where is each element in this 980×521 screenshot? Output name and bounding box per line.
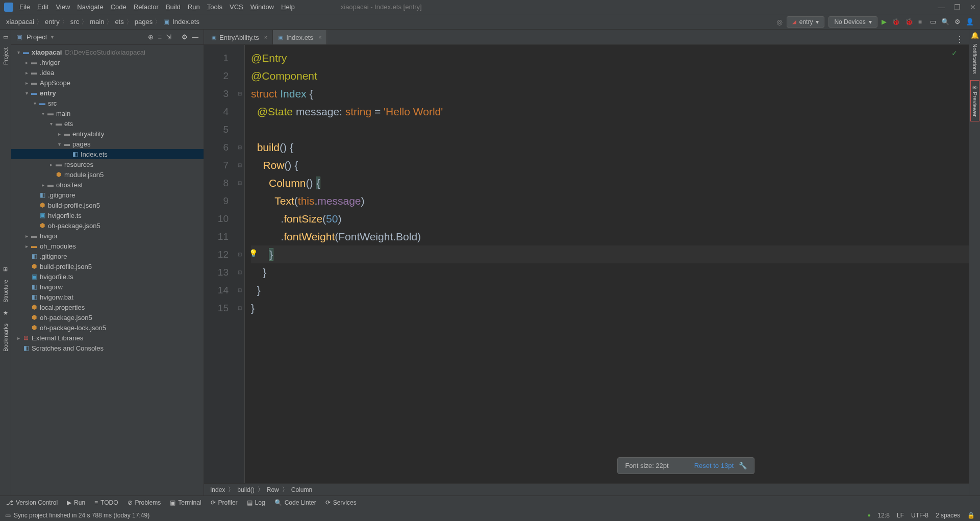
lock-icon[interactable]: 🔒 xyxy=(967,512,975,519)
menu-help[interactable]: Help xyxy=(281,3,295,11)
debug-button[interactable]: 🐞 xyxy=(892,18,900,26)
menu-navigate[interactable]: Navigate xyxy=(77,3,103,11)
collapse-all-icon[interactable]: ⇲ xyxy=(166,33,171,41)
tree-item[interactable]: ▾▬xiaopacaiD:\DevEcoStudio\xiaopacai xyxy=(11,47,204,57)
crumb[interactable]: Row xyxy=(267,486,279,493)
tree-item[interactable]: ▾▬src xyxy=(11,98,204,108)
file-encoding[interactable]: UTF-8 xyxy=(911,512,928,519)
attach-debug-button[interactable]: 🐞 xyxy=(905,18,913,26)
bookmarks-tab[interactable]: Bookmarks xyxy=(2,318,10,357)
editor-tab[interactable]: ▣ Index.ets × xyxy=(273,30,327,44)
bc-item[interactable]: pages xyxy=(135,18,153,26)
code-linter-tab[interactable]: 🔍 Code Linter xyxy=(274,499,316,506)
user-icon[interactable]: 👤 xyxy=(966,18,974,26)
terminal-tab[interactable]: ▣ Terminal xyxy=(170,499,201,506)
editor-content[interactable]: ✓ 123456789101112131415 ⊟ ⊟⊟⊟ ⊡⊡⊡⊡ 💡 @En… xyxy=(204,45,969,483)
menu-window[interactable]: Window xyxy=(250,3,274,11)
tree-item[interactable]: ◧hvigorw xyxy=(11,282,204,292)
target-icon[interactable]: ◎ xyxy=(776,18,783,26)
close-button[interactable]: ✕ xyxy=(970,3,976,11)
tree-item[interactable]: ▾▬entry xyxy=(11,88,204,98)
wrench-icon[interactable]: 🔧 xyxy=(739,462,747,469)
close-tab-icon[interactable]: × xyxy=(264,34,267,40)
tree-item[interactable]: ▣hvigorfile.ts xyxy=(11,271,204,282)
code-area[interactable]: @Entry @Component struct Index { @State … xyxy=(245,45,969,483)
bc-item[interactable]: src xyxy=(70,18,79,26)
run-button[interactable]: ▶ xyxy=(882,18,887,26)
tree-item[interactable]: ▸⊞External Libraries xyxy=(11,333,204,343)
crumb[interactable]: build() xyxy=(237,486,254,493)
menu-code[interactable]: Code xyxy=(111,3,127,11)
menu-edit[interactable]: Edit xyxy=(37,3,48,11)
tree-item[interactable]: ▾▬main xyxy=(11,108,204,118)
tree-item[interactable]: ⬢local.properties xyxy=(11,302,204,312)
todo-tab[interactable]: ≡ TODO xyxy=(94,499,118,506)
profiler-tab[interactable]: ⟳ Profiler xyxy=(211,499,238,506)
minimize-button[interactable]: — xyxy=(938,3,945,11)
line-separator[interactable]: LF xyxy=(897,512,904,519)
more-tabs-icon[interactable]: ⋮ xyxy=(950,35,969,44)
notifications-tab[interactable]: Notifications xyxy=(971,39,979,78)
tree-item[interactable]: ▸▬resources xyxy=(11,159,204,169)
close-tab-icon[interactable]: × xyxy=(318,34,321,40)
search-icon[interactable]: 🔍 xyxy=(941,18,949,26)
tree-item[interactable]: ▾▬pages xyxy=(11,139,204,149)
project-structure-icon[interactable]: ▭ xyxy=(930,18,936,26)
tree-item[interactable]: ◧Index.ets xyxy=(11,149,204,159)
settings-icon[interactable]: ⚙ xyxy=(182,33,188,41)
chevron-down-icon[interactable]: ▾ xyxy=(51,34,54,40)
previewer-tab[interactable]: 👁 Previewer xyxy=(970,80,979,121)
editor-tab[interactable]: ▣ EntryAbility.ts × xyxy=(206,30,273,44)
tree-item[interactable]: ⬢oh-package-lock.json5 xyxy=(11,322,204,333)
version-control-tab[interactable]: ⎇ Version Control xyxy=(6,499,58,506)
tree-item[interactable]: ⬢build-profile.json5 xyxy=(11,200,204,210)
menu-tools[interactable]: Tools xyxy=(207,3,222,11)
tree-item[interactable]: ▾▬ets xyxy=(11,118,204,129)
tree-item[interactable]: ▸▬oh_modules xyxy=(11,241,204,251)
crumb[interactable]: Index xyxy=(210,486,225,493)
select-opened-icon[interactable]: ⊕ xyxy=(148,33,154,41)
bc-item[interactable]: main xyxy=(90,18,104,26)
menu-vcs[interactable]: VCS xyxy=(230,3,243,11)
cursor-position[interactable]: 12:8 xyxy=(878,512,890,519)
tree-item[interactable]: ▸▬.idea xyxy=(11,67,204,78)
devices-dropdown[interactable]: No Devices ▾ xyxy=(828,16,877,28)
expand-all-icon[interactable]: ≡ xyxy=(158,33,162,41)
project-tab[interactable]: Project xyxy=(2,42,10,70)
intention-bulb-icon[interactable]: 💡 xyxy=(249,249,258,257)
log-tab[interactable]: ▤ Log xyxy=(247,499,265,506)
tree-item[interactable]: ⬢oh-package.json5 xyxy=(11,220,204,231)
services-tab[interactable]: ⟳ Services xyxy=(325,499,357,506)
problems-tab[interactable]: ⊘ Problems xyxy=(128,499,161,506)
tree-item[interactable]: ▸▬entryability xyxy=(11,129,204,139)
menu-view[interactable]: View xyxy=(56,3,70,11)
indent-setting[interactable]: 2 spaces xyxy=(936,512,960,519)
tree-item[interactable]: ⬢build-profile.json5 xyxy=(11,261,204,271)
settings-icon[interactable]: ⚙ xyxy=(954,18,961,26)
tree-item[interactable]: ◧hvigorw.bat xyxy=(11,292,204,302)
bc-item[interactable]: entry xyxy=(45,18,60,26)
menu-build[interactable]: Build xyxy=(166,3,181,11)
bc-item[interactable]: Index.ets xyxy=(172,18,199,26)
maximize-button[interactable]: ❐ xyxy=(954,3,961,11)
tree-item[interactable]: ◧.gitignore xyxy=(11,190,204,200)
tree-item[interactable]: ⬢module.json5 xyxy=(11,169,204,180)
tree-item[interactable]: ▸▬hvigor xyxy=(11,231,204,241)
analysis-ok-icon[interactable]: ✓ xyxy=(951,49,958,57)
structure-tab[interactable]: Structure xyxy=(2,275,10,308)
tree-item[interactable]: ▸▬AppScope xyxy=(11,78,204,88)
hide-panel-icon[interactable]: — xyxy=(192,33,198,41)
menu-refactor[interactable]: Refactor xyxy=(134,3,159,11)
tree-item[interactable]: ◧.gitignore xyxy=(11,251,204,261)
reset-font-link[interactable]: Reset to 13pt xyxy=(694,462,734,469)
menu-file[interactable]: File xyxy=(19,3,30,11)
tree-item[interactable]: ◧Scratches and Consoles xyxy=(11,343,204,353)
crumb[interactable]: Column xyxy=(291,486,312,493)
tree-item[interactable]: ▸▬ohosTest xyxy=(11,180,204,190)
run-tab[interactable]: ▶ Run xyxy=(67,499,85,506)
tree-item[interactable]: ⬢oh-package.json5 xyxy=(11,312,204,322)
bc-item[interactable]: ets xyxy=(115,18,123,26)
tree-item[interactable]: ▸▬.hvigor xyxy=(11,57,204,67)
run-config-dropdown[interactable]: ◢ entry ▾ xyxy=(787,16,825,28)
menu-run[interactable]: Run xyxy=(188,3,200,11)
